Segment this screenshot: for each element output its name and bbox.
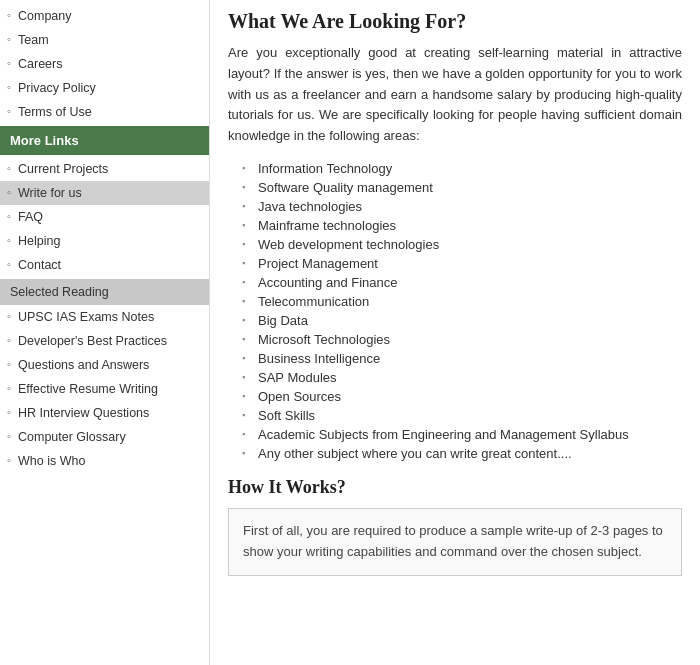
topic-item: Microsoft Technologies — [258, 330, 682, 349]
sidebar-more-link[interactable]: Current Projects — [0, 157, 209, 181]
topic-item: Open Sources — [258, 387, 682, 406]
sidebar-selected-link[interactable]: UPSC IAS Exams Notes — [0, 305, 209, 329]
top-nav-section: CompanyTeamCareersPrivacy PolicyTerms of… — [0, 4, 209, 124]
topic-item: Java technologies — [258, 197, 682, 216]
page-heading: What We Are Looking For? — [228, 10, 682, 33]
topic-item: Soft Skills — [258, 406, 682, 425]
sidebar-more-link[interactable]: Write for us — [0, 181, 209, 205]
sidebar-selected-link[interactable]: Developer's Best Practices — [0, 329, 209, 353]
more-links-section: Current ProjectsWrite for usFAQHelpingCo… — [0, 157, 209, 277]
how-it-works-box: First of all, you are required to produc… — [228, 508, 682, 576]
topic-item: Accounting and Finance — [258, 273, 682, 292]
sidebar: CompanyTeamCareersPrivacy PolicyTerms of… — [0, 0, 210, 665]
sidebar-top-link[interactable]: Privacy Policy — [0, 76, 209, 100]
sidebar-selected-link[interactable]: Who is Who — [0, 449, 209, 473]
how-it-works-heading: How It Works? — [228, 477, 682, 498]
sidebar-more-link[interactable]: Contact — [0, 253, 209, 277]
sidebar-selected-link[interactable]: Questions and Answers — [0, 353, 209, 377]
topic-item: Telecommunication — [258, 292, 682, 311]
selected-reading-section: UPSC IAS Exams NotesDeveloper's Best Pra… — [0, 305, 209, 473]
topic-item: Business Intelligence — [258, 349, 682, 368]
topic-item: Academic Subjects from Engineering and M… — [258, 425, 682, 444]
more-links-header: More Links — [0, 126, 209, 155]
topic-item: Mainframe technologies — [258, 216, 682, 235]
sidebar-top-link[interactable]: Careers — [0, 52, 209, 76]
topics-list: Information TechnologySoftware Quality m… — [258, 159, 682, 463]
sidebar-top-link[interactable]: Team — [0, 28, 209, 52]
sidebar-selected-link[interactable]: HR Interview Questions — [0, 401, 209, 425]
topic-item: Web development technologies — [258, 235, 682, 254]
topic-item: Any other subject where you can write gr… — [258, 444, 682, 463]
selected-reading-header: Selected Reading — [0, 279, 209, 305]
topic-item: SAP Modules — [258, 368, 682, 387]
intro-text: Are you exceptionally good at creating s… — [228, 43, 682, 147]
sidebar-selected-link[interactable]: Effective Resume Writing — [0, 377, 209, 401]
sidebar-top-link[interactable]: Terms of Use — [0, 100, 209, 124]
topic-item: Information Technology — [258, 159, 682, 178]
how-it-works-text: First of all, you are required to produc… — [243, 521, 667, 563]
sidebar-more-link[interactable]: Helping — [0, 229, 209, 253]
sidebar-top-link[interactable]: Company — [0, 4, 209, 28]
sidebar-more-link[interactable]: FAQ — [0, 205, 209, 229]
topic-item: Big Data — [258, 311, 682, 330]
sidebar-selected-link[interactable]: Computer Glossary — [0, 425, 209, 449]
main-content: What We Are Looking For? Are you excepti… — [210, 0, 700, 665]
topic-item: Software Quality management — [258, 178, 682, 197]
topic-item: Project Management — [258, 254, 682, 273]
